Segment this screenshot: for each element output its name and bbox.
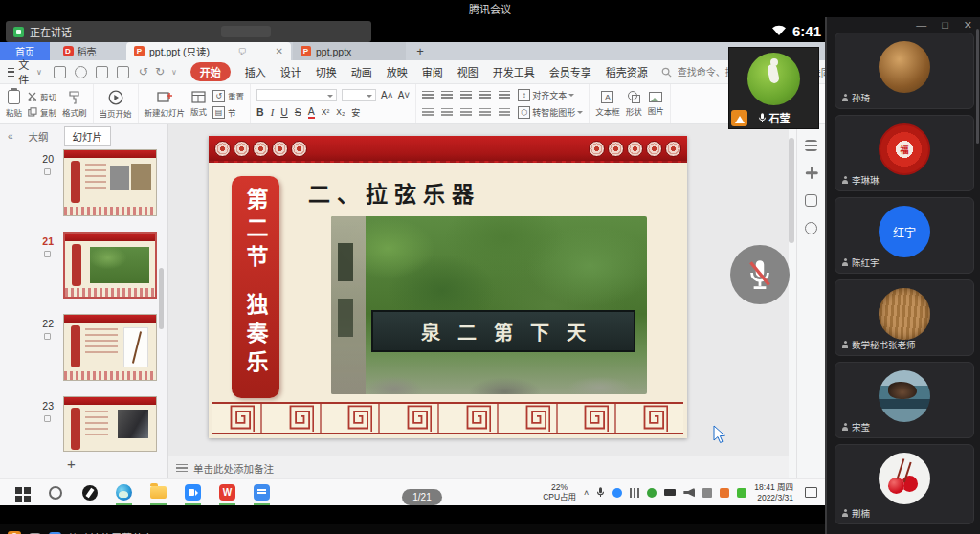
current-slide[interactable]: 第二节 独奏乐 二、拉弦乐器 泉二第下天 bbox=[209, 136, 687, 438]
tray-orange-app-icon[interactable] bbox=[720, 488, 729, 498]
superscript-button[interactable]: X² bbox=[322, 107, 330, 117]
cut-button[interactable]: 剪切 bbox=[28, 91, 56, 102]
tray-network-icon[interactable] bbox=[702, 488, 712, 498]
tab-comment-icon[interactable]: 🗩 bbox=[238, 47, 247, 56]
file-explorer-button[interactable] bbox=[149, 483, 167, 501]
participant-tile[interactable]: 红宇 陈红宇 bbox=[835, 197, 974, 274]
document-tab-other[interactable]: P ppt.pptx bbox=[293, 42, 406, 60]
add-slide-button[interactable]: + bbox=[67, 456, 76, 472]
undo-icon[interactable]: ↺ bbox=[139, 65, 148, 78]
taskbar-clock[interactable]: 18:41 周四 2022/3/31 bbox=[754, 482, 793, 501]
ribbon-tab-member[interactable]: 会员专享 bbox=[549, 64, 591, 79]
ribbon-tab-design[interactable]: 设计 bbox=[280, 64, 301, 79]
maximize-button[interactable]: □ bbox=[942, 19, 948, 31]
participant-tile[interactable]: 宋莹 bbox=[835, 362, 974, 438]
ribbon-tab-animation[interactable]: 动画 bbox=[351, 64, 372, 79]
format-painter-button[interactable]: 格式刷 bbox=[62, 91, 87, 118]
font-name-select[interactable] bbox=[256, 89, 337, 101]
active-speaker-tile[interactable]: 石莹 bbox=[729, 48, 818, 128]
docer-tab[interactable]: D 稻壳 bbox=[50, 42, 109, 60]
search-taskbar-button[interactable] bbox=[46, 483, 64, 501]
panel-scrollbar[interactable] bbox=[159, 268, 164, 329]
notification-center-icon[interactable] bbox=[805, 487, 817, 498]
italic-button[interactable]: I bbox=[271, 107, 275, 118]
ribbon-tab-docer-res[interactable]: 稻壳资源 bbox=[606, 64, 648, 79]
participant-tile[interactable]: 福 李琳琳 bbox=[835, 115, 974, 191]
participant-tile[interactable]: 孙琦 bbox=[835, 33, 974, 109]
ribbon-tab-review[interactable]: 审阅 bbox=[422, 64, 443, 79]
notes-bar[interactable]: 单击此处添加备注 bbox=[168, 456, 789, 480]
slide-thumbnail-21-selected[interactable] bbox=[63, 232, 157, 299]
slide-thumbnail-22[interactable] bbox=[63, 314, 157, 381]
properties-icon[interactable] bbox=[805, 140, 817, 151]
output-icon[interactable] bbox=[75, 66, 87, 78]
collapse-panel-icon[interactable]: « bbox=[8, 131, 13, 142]
numbered-list-icon[interactable] bbox=[441, 91, 453, 100]
align-left-icon[interactable] bbox=[422, 108, 434, 118]
docs-app-button[interactable] bbox=[253, 483, 271, 501]
tencent-meeting-button[interactable] bbox=[184, 483, 202, 501]
decrease-font-button[interactable]: A˅ bbox=[398, 90, 411, 100]
tray-speaker-icon[interactable] bbox=[683, 488, 695, 498]
columns-icon[interactable] bbox=[499, 108, 510, 118]
smart-graphic-dropdown[interactable]: ⬡ 转智能图形 bbox=[518, 106, 583, 119]
layout-button[interactable]: 版式 bbox=[190, 91, 207, 117]
paste-button[interactable]: 粘贴 bbox=[6, 90, 22, 118]
subscript-button[interactable]: X₂ bbox=[336, 107, 345, 117]
tab-close-icon[interactable]: ✕ bbox=[276, 46, 283, 56]
print-icon[interactable] bbox=[96, 66, 108, 78]
ribbon-tab-transition[interactable]: 切换 bbox=[316, 64, 337, 79]
align-text-dropdown[interactable]: ↕ 对齐文本 bbox=[518, 89, 574, 101]
slides-tab[interactable]: 幻灯片 bbox=[64, 126, 112, 146]
play-current-button[interactable]: 当页开始 bbox=[100, 90, 132, 119]
wps-office-button[interactable]: W bbox=[218, 483, 236, 501]
align-right-icon[interactable] bbox=[460, 108, 472, 118]
copy-button[interactable]: 复制 bbox=[28, 106, 56, 118]
bullet-list-icon[interactable] bbox=[422, 91, 434, 100]
slide-thumbnail-20[interactable] bbox=[63, 149, 157, 216]
participant-tile[interactable]: 荆楠 bbox=[835, 444, 974, 524]
slide-thumbnail-23[interactable] bbox=[63, 396, 157, 452]
tray-wechat-icon[interactable] bbox=[737, 488, 746, 498]
beautify-icon[interactable] bbox=[805, 167, 817, 179]
tray-green-app-icon[interactable] bbox=[647, 488, 657, 498]
text-box-button[interactable]: A 文本框 bbox=[595, 91, 620, 117]
font-color-button[interactable]: A bbox=[308, 105, 315, 119]
tray-signal-icon[interactable] bbox=[630, 488, 639, 498]
strikethrough-button[interactable]: S bbox=[295, 106, 301, 118]
canvas-scrollbar[interactable] bbox=[789, 138, 794, 243]
ribbon-tab-home[interactable]: 开始 bbox=[190, 62, 231, 81]
resource-window-icon[interactable] bbox=[805, 194, 817, 207]
increase-font-button[interactable]: A˄ bbox=[381, 90, 393, 100]
minimize-button[interactable]: — bbox=[916, 19, 926, 31]
line-spacing-icon[interactable] bbox=[499, 91, 510, 100]
reset-button[interactable]: ↺ 重置 bbox=[212, 90, 244, 102]
outline-tab[interactable]: 大纲 bbox=[21, 127, 56, 145]
help-compass-icon[interactable] bbox=[805, 222, 817, 234]
ribbon-tab-insert[interactable]: 插入 bbox=[245, 64, 266, 79]
start-button[interactable] bbox=[11, 483, 30, 501]
participant-tile[interactable]: 数学秘书张老师 bbox=[835, 279, 974, 356]
picture-button[interactable]: 图片 bbox=[648, 92, 664, 116]
tray-meeting-icon[interactable] bbox=[612, 488, 622, 498]
tray-expand-icon[interactable]: ˄ bbox=[584, 488, 589, 498]
redo-icon[interactable]: ↻ bbox=[155, 65, 165, 78]
ribbon-tab-developer[interactable]: 开发工具 bbox=[493, 64, 535, 79]
sidebar-scrollbar[interactable] bbox=[976, 29, 979, 144]
close-button[interactable]: ✕ bbox=[964, 19, 972, 31]
font-size-select[interactable] bbox=[342, 89, 376, 101]
align-center-icon[interactable] bbox=[441, 108, 453, 118]
tray-mic-icon[interactable] bbox=[596, 486, 605, 499]
new-tab-button[interactable]: + bbox=[406, 42, 434, 60]
new-slide-button[interactable]: 新建幻灯片 bbox=[145, 91, 186, 118]
justify-icon[interactable] bbox=[479, 108, 491, 118]
ribbon-tab-slideshow[interactable]: 放映 bbox=[387, 64, 408, 79]
decrease-indent-icon[interactable] bbox=[460, 91, 472, 100]
tray-battery-icon[interactable] bbox=[664, 489, 676, 496]
underline-button[interactable]: U bbox=[280, 106, 288, 118]
preview-icon[interactable] bbox=[117, 66, 129, 78]
browser-button[interactable] bbox=[115, 483, 133, 501]
phonetic-guide-button[interactable]: 安 bbox=[351, 106, 360, 119]
increase-indent-icon[interactable] bbox=[479, 91, 491, 100]
save-icon[interactable] bbox=[54, 66, 66, 78]
